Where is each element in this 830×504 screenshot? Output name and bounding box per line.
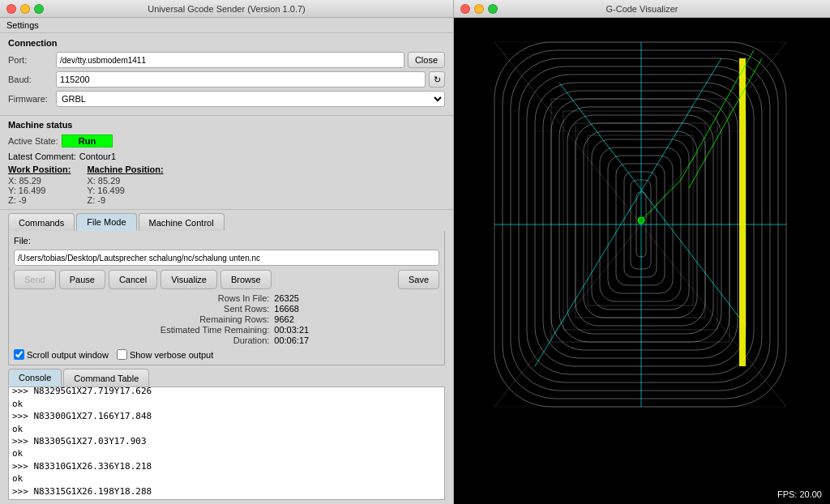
active-state-row: Active State: Run (8, 133, 445, 149)
right-window-controls (460, 4, 498, 14)
action-buttons-row: Send Pause Cancel Visualize Browse Save (14, 270, 439, 289)
left-title-bar: Universal Gcode Sender (Version 1.0.7) (0, 0, 453, 18)
checkbox-row: Scroll output window Show verbose output (14, 349, 439, 360)
tab-machine-control[interactable]: Machine Control (139, 213, 225, 231)
firmware-row: Firmware: GRBL (8, 91, 445, 107)
right-window-title: G-Code Visualizer (605, 4, 678, 14)
work-position-header: Work Position: (8, 164, 71, 174)
visualize-button[interactable]: Visualize (160, 270, 217, 289)
active-state-label: Active State: (8, 136, 58, 146)
machine-status-title: Machine status (8, 120, 445, 130)
remaining-rows-label: Remaining Rows: (30, 314, 274, 324)
work-position-col: Work Position: X: 85.29 Y: 16.499 Z: -9 (8, 164, 71, 205)
machine-position-col: Machine Position: X: 85.29 Y: 16.499 Z: … (87, 164, 163, 205)
file-mode-panel: File: Send Pause Cancel Visualize Browse… (8, 231, 445, 365)
machine-x: X: 85.29 (87, 176, 163, 186)
pause-button[interactable]: Pause (59, 270, 105, 289)
left-panel: Universal Gcode Sender (Version 1.0.7) S… (0, 0, 454, 504)
port-input[interactable] (56, 52, 404, 68)
menu-bar: Settings (0, 18, 453, 33)
right-maximize-button[interactable] (488, 4, 498, 14)
close-button[interactable] (6, 4, 16, 14)
duration-value: 00:06:17 (274, 335, 439, 345)
verbose-output-checkbox[interactable] (117, 349, 127, 360)
console-line: ok (12, 472, 441, 485)
browse-button[interactable]: Browse (220, 270, 272, 289)
baud-label: Baud: (8, 75, 53, 84)
console-tab-row: Console Command Table (0, 365, 453, 387)
port-label: Port: (8, 55, 53, 65)
maximize-button[interactable] (34, 4, 44, 14)
positions-row: Work Position: X: 85.29 Y: 16.499 Z: -9 … (8, 164, 445, 205)
file-label-row: File: (14, 236, 439, 246)
connection-title: Connection (8, 38, 445, 48)
active-state-value: Run (62, 135, 113, 147)
machine-position-header: Machine Position: (87, 164, 163, 174)
console-line: ok (12, 447, 441, 459)
console-line: >>> N83310G1X26.336Y18.218 (12, 460, 441, 472)
console-line: ok (12, 398, 441, 410)
action-buttons-left: Send Pause Cancel Visualize Browse (14, 270, 272, 289)
scroll-output-checkbox[interactable] (14, 349, 24, 360)
verbose-output-item: Show verbose output (117, 349, 213, 360)
visualizer-svg (454, 18, 830, 504)
right-close-button[interactable] (460, 4, 470, 14)
tab-command-table[interactable]: Command Table (63, 369, 149, 387)
latest-comment-row: Latest Comment: Contour1 (8, 152, 445, 161)
console-line: >>> N83295G1X27.719Y17.626 (12, 387, 441, 398)
fps-label: FPS: 20.00 (777, 489, 822, 499)
close-connection-button[interactable]: Close (408, 52, 445, 68)
scroll-output-label: Scroll output window (27, 350, 109, 360)
left-window-title: Universal Gcode Sender (Version 1.0.7) (148, 4, 305, 14)
rows-in-file-label: Rows In File: (30, 293, 274, 303)
firmware-label: Firmware: (8, 94, 53, 104)
settings-menu[interactable]: Settings (6, 20, 39, 30)
tab-commands[interactable]: Commands (8, 213, 75, 231)
right-minimize-button[interactable] (474, 4, 484, 14)
refresh-button[interactable]: ↻ (429, 71, 445, 88)
minimize-button[interactable] (20, 4, 30, 14)
machine-status-section: Machine status Active State: Run Latest … (0, 115, 453, 209)
latest-comment-label: Latest Comment: (8, 152, 76, 161)
info-grid: Rows In File: 26325 Sent Rows: 16668 Rem… (14, 293, 439, 345)
window-controls (6, 4, 44, 14)
connection-section: Connection Port: Close Baud: ↻ Firmware:… (0, 33, 453, 115)
work-z: Z: -9 (8, 195, 71, 205)
file-path-input[interactable] (14, 250, 439, 266)
estimated-time-label: Estimated Time Remaining: (30, 325, 274, 335)
svg-point-55 (638, 217, 644, 224)
baud-input[interactable] (56, 71, 426, 88)
top-tabs: Commands File Mode Machine Control (8, 213, 445, 231)
port-row: Port: Close (8, 52, 445, 68)
remaining-rows-value: 9662 (274, 314, 439, 324)
machine-z: Z: -9 (87, 195, 163, 205)
console-content: Console Command Table N83200G1X30.004Y10… (0, 365, 453, 504)
latest-comment-value: Contour1 (79, 152, 116, 161)
sent-rows-label: Sent Rows: (30, 304, 274, 314)
visualizer-canvas: FPS: 20.00 (454, 18, 830, 504)
duration-label: Duration: (30, 335, 274, 345)
cancel-button[interactable]: Cancel (109, 270, 157, 289)
send-button[interactable]: Send (14, 270, 56, 289)
console-line: >>> N83305G1X27.03Y17.903 (12, 435, 441, 447)
work-x: X: 85.29 (8, 176, 71, 186)
estimated-time-value: 00:03:21 (274, 325, 439, 335)
scroll-output-item: Scroll output window (14, 349, 109, 360)
work-y: Y: 16.499 (8, 186, 71, 195)
console-area[interactable]: N83200G1X30.004Y10.933ok>>> N83265G1X29.… (8, 387, 445, 500)
console-line: >>> N83315G1X26.198Y18.288 (12, 485, 441, 498)
baud-row: Baud: ↻ (8, 71, 445, 88)
verbose-output-label: Show verbose output (130, 350, 213, 360)
tab-file-mode[interactable]: File Mode (76, 213, 136, 231)
console-line: ok (12, 423, 441, 435)
save-button[interactable]: Save (398, 270, 439, 289)
file-label: File: (14, 236, 31, 246)
right-panel: G-Code Visualizer (454, 0, 830, 504)
right-title-bar: G-Code Visualizer (454, 0, 830, 18)
tab-console[interactable]: Console (8, 369, 62, 387)
file-path-row (14, 250, 439, 266)
svg-rect-35 (739, 58, 746, 366)
sent-rows-value: 16668 (274, 304, 439, 314)
console-line: >>> N83300G1X27.166Y17.848 (12, 410, 441, 422)
firmware-select[interactable]: GRBL (56, 91, 445, 107)
